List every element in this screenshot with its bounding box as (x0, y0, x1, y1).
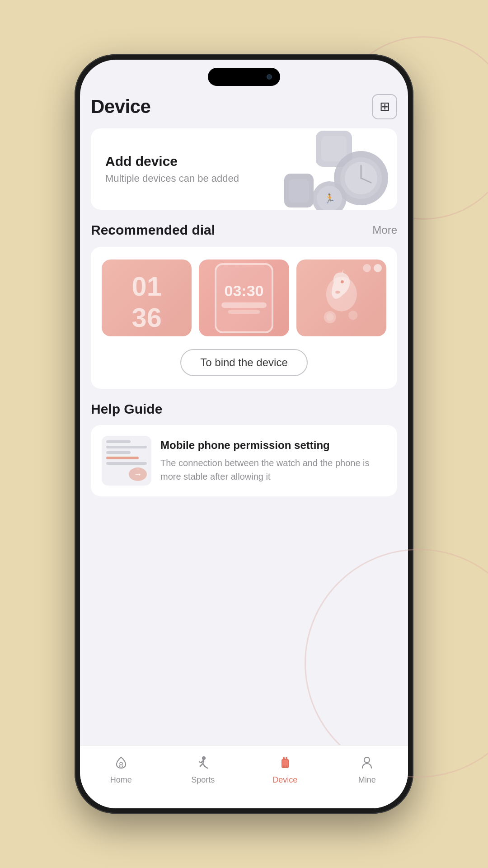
thumb-line-4 (106, 462, 147, 465)
svg-text:36: 36 (132, 302, 162, 333)
svg-point-16 (335, 291, 340, 294)
mine-icon (357, 753, 377, 773)
help-item-desc: The connection between the watch and the… (160, 456, 386, 483)
dial-item-2[interactable]: 03:30 (199, 259, 289, 336)
tab-sports[interactable]: Sports (162, 753, 244, 785)
tab-mine-label: Mine (358, 775, 376, 785)
recommended-dial-header: Recommended dial More (91, 222, 397, 238)
home-icon (111, 753, 131, 773)
svg-rect-28 (286, 765, 287, 768)
dial-item-3[interactable] (296, 259, 386, 336)
svg-point-10 (317, 186, 342, 210)
thumb-arrow: → (129, 467, 147, 481)
thumb-line-3 (106, 451, 131, 454)
dial-3-indicator1 (374, 264, 382, 272)
help-text: Mobile phone permission setting The conn… (160, 438, 386, 483)
svg-point-20 (120, 762, 122, 765)
tab-home-label: Home (110, 775, 132, 785)
dial-item-1[interactable]: 01 36 (102, 259, 192, 336)
help-guide-title: Help Guide (91, 401, 397, 417)
thumb-line-2 (106, 446, 147, 448)
page-title: Device (91, 96, 150, 118)
dial-3-indicator2 (363, 264, 371, 272)
main-content: Device ⊞ Add device Multiple devices can… (80, 87, 408, 808)
phone-screen: Device ⊞ Add device Multiple devices can… (80, 60, 408, 808)
svg-point-18 (326, 313, 333, 321)
thumb-line-1 (106, 440, 131, 443)
sports-icon (193, 753, 213, 773)
device-icon (275, 753, 295, 773)
bind-device-button[interactable]: To bind the device (180, 349, 307, 376)
dial-2-face: 03:30 (215, 263, 273, 333)
svg-text:01: 01 (132, 271, 162, 302)
add-device-card[interactable]: Add device Multiple devices can be added (91, 128, 397, 210)
svg-rect-25 (283, 757, 285, 760)
tab-home[interactable]: Home (80, 753, 162, 785)
svg-point-29 (364, 757, 370, 763)
dial-grid: 01 36 03:30 (102, 259, 386, 336)
add-device-button[interactable]: ⊞ (372, 94, 397, 119)
page-header: Device ⊞ (91, 87, 397, 128)
dial-section-card: 01 36 03:30 (91, 247, 397, 389)
svg-point-9 (312, 181, 347, 210)
help-item-title: Mobile phone permission setting (160, 438, 386, 452)
add-device-title: Add device (105, 154, 383, 169)
dial-2-bar (221, 302, 267, 308)
help-card[interactable]: → Mobile phone permission setting The co… (91, 425, 397, 496)
tab-device-label: Device (272, 775, 297, 785)
svg-rect-26 (286, 757, 287, 760)
more-button[interactable]: More (372, 224, 397, 236)
svg-point-15 (341, 280, 344, 283)
svg-point-19 (348, 311, 357, 320)
bind-button-container: To bind the device (102, 349, 386, 376)
tab-device[interactable]: Device (244, 753, 326, 785)
svg-text:🏃: 🏃 (324, 193, 335, 204)
plus-icon: ⊞ (380, 100, 390, 113)
add-device-subtitle: Multiple devices can be added (105, 173, 383, 184)
help-thumb: → (102, 436, 151, 486)
tab-bar: Home Sports (80, 745, 408, 808)
recommended-dial-title: Recommended dial (91, 222, 215, 238)
tab-mine[interactable]: Mine (326, 753, 408, 785)
dial-2-time: 03:30 (225, 282, 264, 300)
tab-sports-label: Sports (191, 775, 215, 785)
phone-frame: Device ⊞ Add device Multiple devices can… (75, 54, 413, 814)
svg-rect-27 (283, 765, 285, 768)
thumb-highlight (106, 457, 139, 459)
dial-2-bar2 (228, 310, 260, 314)
watch-illustration: 🏃 (253, 128, 397, 210)
dynamic-island (208, 68, 280, 86)
camera-indicator (267, 74, 272, 80)
